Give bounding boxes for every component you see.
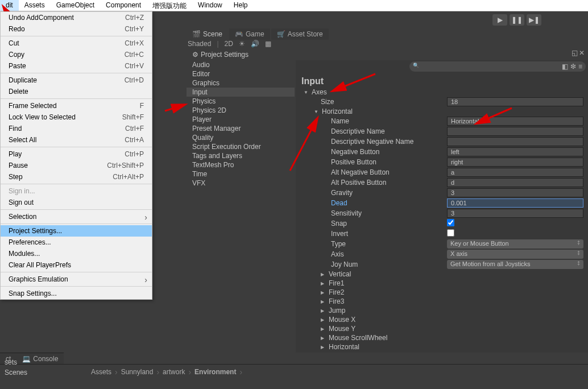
step-button[interactable]: ▶❚: [527, 14, 541, 26]
audio-icon[interactable]: 🔊: [251, 40, 259, 48]
horizontal-foldout[interactable]: Horizontal: [304, 107, 588, 116]
menu-item-select-all[interactable]: Select AllCtrl+A: [1, 134, 152, 146]
field-descriptive-name[interactable]: [447, 127, 583, 136]
preset-icon[interactable]: ◧: [562, 63, 568, 71]
category-audio[interactable]: Audio: [187, 60, 295, 69]
category-vfx[interactable]: VFX: [187, 179, 295, 188]
menu-item-frame-selected[interactable]: Frame SelectedF: [1, 100, 152, 111]
menu-item-cut[interactable]: CutCtrl+X: [1, 38, 152, 49]
folder-assets[interactable]: sets: [0, 357, 32, 367]
foldout-fire2[interactable]: Fire2: [321, 288, 588, 297]
field-alt-positive-button[interactable]: d: [447, 178, 583, 187]
foldout-jump[interactable]: Jump: [321, 306, 588, 315]
breadcrumb-environment[interactable]: Environment: [194, 368, 236, 376]
size-field[interactable]: 18: [447, 97, 583, 106]
category-time[interactable]: Time: [187, 169, 295, 179]
dropdown-joy-num[interactable]: Get Motion from all Joysticks: [447, 260, 583, 269]
field-positive-button[interactable]: right: [447, 158, 583, 167]
category-player[interactable]: Player: [187, 115, 295, 124]
checkbox-snap[interactable]: [447, 219, 454, 226]
menu-item-paste[interactable]: PasteCtrl+V: [1, 60, 152, 72]
menu-item-preferences-[interactable]: Preferences...: [1, 237, 152, 248]
menu-item-project-settings-[interactable]: Project Settings...: [1, 225, 152, 237]
menu-enhanced[interactable]: 增强版功能: [147, 0, 192, 11]
dropdown-axis[interactable]: X axis: [447, 250, 583, 259]
category-tags-and-layers[interactable]: Tags and Layers: [187, 151, 295, 160]
category-physics[interactable]: Physics: [187, 97, 295, 106]
menu-item-modules-[interactable]: Modules...: [1, 248, 152, 259]
prop-label: Axis: [331, 250, 447, 258]
category-editor[interactable]: Editor: [187, 69, 295, 78]
menu-item-snap-settings-[interactable]: Snap Settings...: [1, 288, 152, 299]
category-physics-2d[interactable]: Physics 2D: [187, 106, 295, 115]
menu-window[interactable]: Window: [192, 0, 228, 11]
menu-item-duplicate[interactable]: DuplicateCtrl+D: [1, 75, 152, 86]
dropdown-type[interactable]: Key or Mouse Button: [447, 239, 583, 249]
foldout-vertical[interactable]: Vertical: [321, 270, 588, 279]
menu-assets[interactable]: Assets: [19, 0, 51, 11]
category-script-execution-order[interactable]: Script Execution Order: [187, 142, 295, 151]
menu-item-copy[interactable]: CopyCtrl+C: [1, 49, 152, 60]
close-icon[interactable]: ✕: [579, 49, 585, 57]
field-sensitivity[interactable]: 3: [447, 209, 583, 218]
menu-item-play[interactable]: PlayCtrl+P: [1, 148, 152, 160]
checkbox-invert[interactable]: [447, 229, 454, 237]
folder-tree: sets Scenes: [0, 357, 32, 378]
prop-row-joy-num: Joy NumGet Motion from all Joysticks: [304, 259, 588, 270]
panel-search[interactable]: [409, 61, 586, 72]
breadcrumb-sunnyland[interactable]: Sunnyland: [121, 368, 154, 376]
category-graphics[interactable]: Graphics: [187, 78, 295, 88]
category-quality[interactable]: Quality: [187, 133, 295, 142]
scene-icon: 🎬: [192, 30, 201, 38]
store-icon: 🛒: [277, 30, 285, 38]
menu-item-sign-out[interactable]: Sign out: [1, 197, 152, 208]
menu-item-undo-addcomponent[interactable]: Undo AddComponentCtrl+Z: [1, 12, 152, 23]
menu-gameobject[interactable]: GameObject: [51, 0, 100, 11]
field-alt-negative-button[interactable]: a: [447, 168, 583, 177]
breadcrumb-assets[interactable]: Assets: [91, 368, 111, 376]
menu-item-step[interactable]: StepCtrl+Alt+P: [1, 171, 152, 183]
field-name[interactable]: Horizontal: [447, 117, 583, 126]
field-gravity[interactable]: 3: [447, 188, 583, 197]
light-icon[interactable]: ☀: [239, 40, 245, 48]
foldout-fire3[interactable]: Fire3: [321, 297, 588, 306]
category-preset-manager[interactable]: Preset Manager: [187, 124, 295, 133]
menu-item-graphics-emulation[interactable]: Graphics Emulation: [1, 274, 152, 285]
project-settings-tab[interactable]: ⚙ Project Settings: [187, 49, 254, 60]
category-input[interactable]: Input: [187, 88, 295, 97]
menu-item-find[interactable]: FindCtrl+F: [1, 123, 152, 134]
axes-foldout[interactable]: Axes: [304, 88, 588, 97]
menu-item-clear-all-playerprefs[interactable]: Clear All PlayerPrefs: [1, 259, 152, 271]
menu-edit[interactable]: dit: [0, 0, 19, 11]
breadcrumb-artwork[interactable]: artwork: [163, 368, 185, 376]
menu-item-redo[interactable]: RedoCtrl+Y: [1, 23, 152, 35]
foldout-mouse-scrollwheel[interactable]: Mouse ScrollWheel: [321, 333, 588, 342]
menu-item-sign-in-[interactable]: Sign in...: [1, 185, 152, 197]
tab-game[interactable]: 🎮Game: [229, 28, 270, 40]
folder-scenes[interactable]: Scenes: [0, 367, 32, 378]
category-textmesh-pro[interactable]: TextMesh Pro: [187, 160, 295, 169]
menu-component[interactable]: Component: [100, 0, 147, 11]
pause-button[interactable]: ❚❚: [510, 14, 524, 26]
shaded-dropdown[interactable]: Shaded: [188, 40, 211, 48]
2d-toggle[interactable]: 2D: [225, 40, 233, 48]
foldout-horizontal[interactable]: Horizontal: [321, 342, 588, 351]
menu-item-selection[interactable]: Selection: [1, 211, 152, 222]
effects-icon[interactable]: ▦: [265, 40, 271, 48]
foldout-mouse-x[interactable]: Mouse X: [321, 315, 588, 324]
settings-menu-icon[interactable]: ≡: [578, 63, 582, 71]
foldout-mouse-y[interactable]: Mouse Y: [321, 324, 588, 333]
menu-item-delete[interactable]: Delete: [1, 86, 152, 97]
field-dead[interactable]: 0.001: [447, 198, 583, 208]
popout-icon[interactable]: ◱: [572, 49, 578, 57]
menu-item-pause[interactable]: PauseCtrl+Shift+P: [1, 160, 152, 171]
tab-asset-store[interactable]: 🛒Asset Store: [271, 28, 329, 40]
foldout-fire1[interactable]: Fire1: [321, 279, 588, 288]
help-icon[interactable]: ❇: [570, 63, 576, 71]
menu-item-lock-view-to-selected[interactable]: Lock View to SelectedShift+F: [1, 111, 152, 123]
field-negative-button[interactable]: left: [447, 147, 583, 156]
field-descriptive-negative-name[interactable]: [447, 137, 583, 146]
menu-help[interactable]: Help: [228, 0, 254, 11]
tab-scene[interactable]: 🎬Scene: [187, 28, 228, 40]
play-button[interactable]: ▶: [492, 14, 507, 26]
